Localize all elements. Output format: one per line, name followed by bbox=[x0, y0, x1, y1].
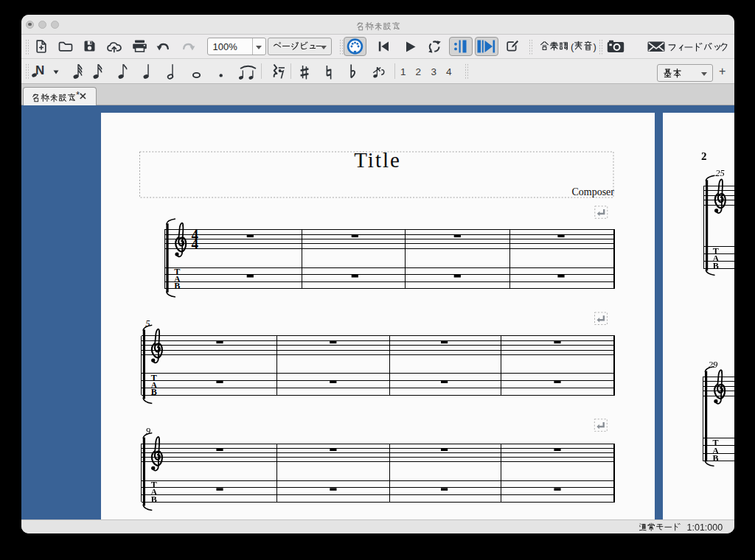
svg-text:B: B bbox=[151, 387, 157, 397]
svg-text:25: 25 bbox=[715, 168, 725, 178]
svg-text:B: B bbox=[713, 453, 719, 463]
svg-text:B: B bbox=[174, 281, 180, 291]
svg-text:B: B bbox=[151, 494, 157, 505]
svg-text:Composer: Composer bbox=[571, 186, 614, 197]
svg-text:9: 9 bbox=[146, 426, 151, 436]
svg-text:B: B bbox=[713, 261, 719, 271]
svg-text:4: 4 bbox=[192, 236, 199, 251]
svg-text:29: 29 bbox=[709, 360, 718, 370]
svg-text:Title: Title bbox=[354, 148, 401, 172]
svg-text:5: 5 bbox=[145, 318, 150, 329]
svg-text:2: 2 bbox=[701, 150, 707, 162]
